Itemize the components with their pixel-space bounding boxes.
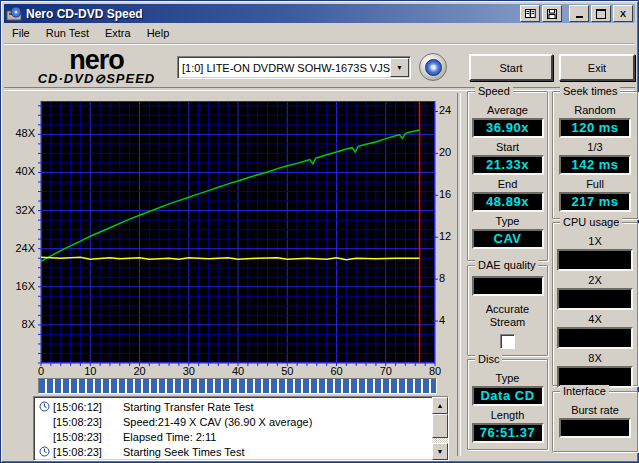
log-entry-text: Starting Transfer Rate Test xyxy=(115,401,254,413)
exit-button[interactable]: Exit xyxy=(559,54,635,81)
log-entry: [15:08:23]Starting Seek Times Test xyxy=(36,444,432,459)
start-button[interactable]: Start xyxy=(469,54,553,81)
seek-field-value: 142 ms xyxy=(559,155,631,175)
log-panel: [15:06:12]Starting Transfer Rate Test[15… xyxy=(33,396,449,461)
clock-icon xyxy=(39,401,50,412)
seek-field-value: 217 ms xyxy=(559,192,631,212)
panel-speed: Speed Average36.90xStart21.33xEnd48.89xT… xyxy=(467,91,548,261)
scroll-down-button[interactable]: ▼ xyxy=(432,443,448,460)
group-title-disc: Disc xyxy=(475,353,502,365)
x-axis-tick: 20 xyxy=(128,365,152,377)
group-title-dae: DAE quality xyxy=(475,259,538,271)
arrow-down-icon: ▼ xyxy=(437,448,444,455)
dae-quality-value xyxy=(472,276,544,296)
speed-field-label: End xyxy=(498,178,518,191)
book-icon xyxy=(525,9,536,18)
clock-icon xyxy=(39,446,50,457)
log-entry-time: [15:08:23] xyxy=(53,431,115,443)
app-icon xyxy=(6,6,22,22)
panel-separator xyxy=(457,93,461,456)
chevron-down-icon[interactable]: ▼ xyxy=(390,58,409,77)
help-book-button[interactable] xyxy=(520,5,540,22)
seek-field-label: 1/3 xyxy=(587,141,602,154)
transfer-rate-chart: 8X16X24X32X40X48X48121620240102030405060… xyxy=(7,93,459,381)
cdspeed-logo-text: CD·DVD⊘SPEED xyxy=(24,71,169,86)
seek-fields: Random120 ms1/3142 msFull217 ms xyxy=(553,92,637,212)
menu-bar: FileRun TestExtraHelp xyxy=(4,23,635,44)
y-axis-left-tick: 40X xyxy=(9,165,35,177)
y-axis-left-tick: 24X xyxy=(9,242,35,254)
disc-field-label: Type xyxy=(496,372,520,385)
x-axis-tick: 40 xyxy=(226,365,250,377)
dae-fields: Accurate Stream xyxy=(468,266,547,349)
minimize-button[interactable] xyxy=(569,5,589,22)
log-entry-text: Speed:21-49 X CAV (36.90 X average) xyxy=(115,416,312,428)
close-button[interactable]: X xyxy=(613,5,633,22)
cpu-field-value xyxy=(557,288,633,310)
menu-item-file[interactable]: File xyxy=(4,25,38,41)
speed-field-value: 48.89x xyxy=(472,192,544,212)
disc-field-value: Data CD xyxy=(472,386,544,406)
cd-disc-icon xyxy=(425,59,442,76)
log-entry-text: Starting Seek Times Test xyxy=(115,446,244,458)
menu-item-help[interactable]: Help xyxy=(139,25,178,41)
x-axis-tick: 30 xyxy=(177,365,201,377)
chart-plot-svg xyxy=(41,101,435,363)
x-axis-tick: 60 xyxy=(325,365,349,377)
menu-item-run-test[interactable]: Run Test xyxy=(38,25,97,41)
cpu-field-value xyxy=(557,327,633,349)
cpu-field-label: 2X xyxy=(588,274,601,287)
speed-field-value: CAV xyxy=(472,229,544,249)
accurate-stream-checkbox[interactable] xyxy=(500,334,515,349)
speed-field-label: Average xyxy=(487,104,528,117)
y-axis-left-tick: 48X xyxy=(9,127,35,139)
iface-fields: Burst rate xyxy=(553,392,637,438)
maximize-icon xyxy=(596,9,606,19)
cpu-field-label: 8X xyxy=(588,352,601,365)
title-bar: Nero CD-DVD Speed X xyxy=(4,4,635,23)
scrollbar-thumb[interactable] xyxy=(432,414,448,438)
drive-select-value: [1:0] LITE-ON DVDRW SOHW-1673S VJS02 xyxy=(178,62,390,74)
log-entry: [15:08:23]Speed:21-49 X CAV (36.90 X ave… xyxy=(36,414,432,429)
nero-logo: nero CD·DVD⊘SPEED xyxy=(24,49,169,86)
test-progress-bar xyxy=(38,378,437,394)
y-axis-left-tick: 32X xyxy=(9,204,35,216)
seek-field-label: Full xyxy=(586,178,604,191)
menu-item-extra[interactable]: Extra xyxy=(97,25,139,41)
log-entry-text: Elapsed Time: 2:11 xyxy=(115,431,216,443)
group-title-seek: Seek times xyxy=(560,85,620,97)
window-title: Nero CD-DVD Speed xyxy=(26,7,518,21)
minimize-icon xyxy=(576,16,583,18)
cpu-field-label: 4X xyxy=(588,313,601,326)
log-scrollbar[interactable]: ▲ ▼ xyxy=(432,397,448,460)
y-axis-left-tick: 16X xyxy=(9,280,35,292)
save-button[interactable] xyxy=(542,5,562,22)
log-entry: [15:08:23]Elapsed Time: 2:11 xyxy=(36,429,432,444)
logo-disc-icon: ⊘ xyxy=(94,71,106,86)
eject-disc-button[interactable] xyxy=(419,53,447,81)
scroll-up-button[interactable]: ▲ xyxy=(432,397,448,414)
disc-field-value: 76:51.37 xyxy=(472,423,544,443)
group-title-cpu: CPU usage xyxy=(560,216,622,228)
nero-logo-text: nero xyxy=(24,49,169,71)
cpu-fields: 1X2X4X8X xyxy=(553,223,637,388)
speed-fields: Average36.90xStart21.33xEnd48.89xTypeCAV xyxy=(468,92,547,249)
iface-field-value xyxy=(559,418,631,438)
drive-select[interactable]: [1:0] LITE-ON DVDRW SOHW-1673S VJS02 ▼ xyxy=(177,56,411,79)
x-axis-tick: 10 xyxy=(78,365,102,377)
seek-field-label: Random xyxy=(574,104,616,117)
group-title-speed: Speed xyxy=(475,85,513,97)
arrow-up-icon: ▲ xyxy=(437,402,444,409)
log-entry-icon xyxy=(36,446,53,457)
speed-field-value: 36.90x xyxy=(472,118,544,138)
seek-field-value: 120 ms xyxy=(559,118,631,138)
maximize-button[interactable] xyxy=(591,5,611,22)
x-axis-tick: 0 xyxy=(29,365,53,377)
app-window: Nero CD-DVD Speed X FileRun TestExtraHel… xyxy=(0,0,639,463)
disc-fields: TypeData CDLength76:51.37 xyxy=(468,360,547,443)
log-entries: [15:06:12]Starting Transfer Rate Test[15… xyxy=(34,397,432,460)
log-entry-time: [15:08:23] xyxy=(53,446,115,458)
log-entry-icon xyxy=(36,401,53,412)
panel-cpu: CPU usage 1X2X4X8X xyxy=(552,222,638,386)
speed-field-label: Type xyxy=(496,215,520,228)
